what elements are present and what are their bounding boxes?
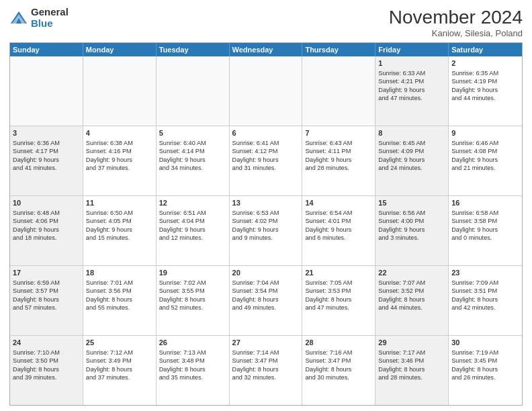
day-info: Sunrise: 7:01 AM Sunset: 3:56 PM Dayligh…: [86, 279, 153, 312]
calendar-row-0: 1Sunrise: 6:33 AM Sunset: 4:21 PM Daylig…: [10, 56, 522, 126]
day-info: Sunrise: 6:33 AM Sunset: 4:21 PM Dayligh…: [378, 69, 445, 103]
cal-cell-1-0: 3Sunrise: 6:36 AM Sunset: 4:17 PM Daylig…: [10, 126, 83, 195]
cal-cell-0-0: [10, 56, 83, 126]
day-info: Sunrise: 6:35 AM Sunset: 4:19 PM Dayligh…: [451, 69, 519, 103]
calendar-row-1: 3Sunrise: 6:36 AM Sunset: 4:17 PM Daylig…: [10, 126, 522, 196]
cal-cell-2-4: 14Sunrise: 6:54 AM Sunset: 4:01 PM Dayli…: [302, 196, 375, 265]
cal-cell-2-1: 11Sunrise: 6:50 AM Sunset: 4:05 PM Dayli…: [83, 196, 157, 265]
cal-cell-0-4: [302, 56, 375, 126]
cal-cell-3-6: 23Sunrise: 7:09 AM Sunset: 3:51 PM Dayli…: [449, 266, 522, 335]
location: Kaniow, Silesia, Poland: [389, 28, 523, 38]
calendar-header: SundayMondayTuesdayWednesdayThursdayFrid…: [10, 43, 522, 56]
day-number: 11: [86, 198, 153, 208]
day-info: Sunrise: 6:53 AM Sunset: 4:02 PM Dayligh…: [232, 209, 300, 242]
day-number: 26: [159, 338, 226, 348]
cal-cell-3-5: 22Sunrise: 7:07 AM Sunset: 3:52 PM Dayli…: [375, 266, 449, 335]
cal-cell-2-0: 10Sunrise: 6:48 AM Sunset: 4:06 PM Dayli…: [10, 196, 83, 265]
calendar-row-2: 10Sunrise: 6:48 AM Sunset: 4:06 PM Dayli…: [10, 196, 522, 266]
cal-cell-1-3: 6Sunrise: 6:41 AM Sunset: 4:12 PM Daylig…: [230, 126, 303, 195]
header-day-friday: Friday: [375, 43, 449, 56]
day-number: 29: [378, 338, 445, 348]
cal-cell-4-3: 27Sunrise: 7:14 AM Sunset: 3:47 PM Dayli…: [230, 336, 303, 405]
page: General Blue November 2024 Kaniow, Siles…: [0, 0, 532, 411]
day-info: Sunrise: 6:56 AM Sunset: 4:00 PM Dayligh…: [378, 209, 445, 242]
cal-cell-4-2: 26Sunrise: 7:13 AM Sunset: 3:48 PM Dayli…: [157, 336, 230, 405]
cal-cell-2-2: 12Sunrise: 6:51 AM Sunset: 4:04 PM Dayli…: [157, 196, 230, 265]
day-info: Sunrise: 6:45 AM Sunset: 4:09 PM Dayligh…: [378, 139, 445, 173]
day-number: 18: [86, 268, 153, 278]
cal-cell-1-1: 4Sunrise: 6:38 AM Sunset: 4:16 PM Daylig…: [83, 126, 157, 195]
day-info: Sunrise: 7:07 AM Sunset: 3:52 PM Dayligh…: [378, 279, 445, 312]
day-info: Sunrise: 7:02 AM Sunset: 3:55 PM Dayligh…: [159, 279, 226, 312]
cal-cell-4-1: 25Sunrise: 7:12 AM Sunset: 3:49 PM Dayli…: [83, 336, 157, 405]
calendar-row-3: 17Sunrise: 6:59 AM Sunset: 3:57 PM Dayli…: [10, 266, 522, 336]
day-info: Sunrise: 7:10 AM Sunset: 3:50 PM Dayligh…: [13, 349, 80, 382]
cal-cell-2-5: 15Sunrise: 6:56 AM Sunset: 4:00 PM Dayli…: [375, 196, 449, 265]
cal-cell-4-0: 24Sunrise: 7:10 AM Sunset: 3:50 PM Dayli…: [10, 336, 83, 405]
day-number: 17: [13, 268, 80, 278]
day-info: Sunrise: 6:46 AM Sunset: 4:08 PM Dayligh…: [451, 139, 519, 173]
day-number: 7: [305, 128, 372, 138]
header-day-wednesday: Wednesday: [230, 43, 303, 56]
day-number: 12: [159, 198, 226, 208]
header-day-sunday: Sunday: [10, 43, 83, 56]
calendar-outer: SundayMondayTuesdayWednesdayThursdayFrid…: [9, 42, 523, 406]
title-block: November 2024 Kaniow, Silesia, Poland: [389, 7, 523, 38]
day-info: Sunrise: 6:43 AM Sunset: 4:11 PM Dayligh…: [305, 139, 372, 173]
day-number: 13: [232, 198, 300, 208]
cal-cell-3-3: 20Sunrise: 7:04 AM Sunset: 3:54 PM Dayli…: [230, 266, 303, 335]
cal-cell-4-6: 30Sunrise: 7:19 AM Sunset: 3:45 PM Dayli…: [449, 336, 522, 405]
day-number: 6: [232, 128, 300, 138]
day-number: 14: [305, 198, 372, 208]
logo-blue-text: Blue: [31, 18, 69, 30]
cal-cell-3-1: 18Sunrise: 7:01 AM Sunset: 3:56 PM Dayli…: [83, 266, 157, 335]
cal-cell-1-4: 7Sunrise: 6:43 AM Sunset: 4:11 PM Daylig…: [302, 126, 375, 195]
day-number: 23: [451, 268, 519, 278]
cal-cell-0-5: 1Sunrise: 6:33 AM Sunset: 4:21 PM Daylig…: [375, 56, 449, 126]
day-number: 4: [86, 128, 153, 138]
day-info: Sunrise: 6:54 AM Sunset: 4:01 PM Dayligh…: [305, 209, 372, 242]
cal-cell-2-3: 13Sunrise: 6:53 AM Sunset: 4:02 PM Dayli…: [230, 196, 303, 265]
day-info: Sunrise: 6:40 AM Sunset: 4:14 PM Dayligh…: [159, 139, 226, 173]
cal-cell-4-4: 28Sunrise: 7:16 AM Sunset: 3:47 PM Dayli…: [302, 336, 375, 405]
day-number: 1: [378, 58, 445, 68]
day-info: Sunrise: 7:16 AM Sunset: 3:47 PM Dayligh…: [305, 349, 372, 382]
day-number: 21: [305, 268, 372, 278]
day-number: 30: [451, 338, 519, 348]
cal-cell-2-6: 16Sunrise: 6:58 AM Sunset: 3:58 PM Dayli…: [449, 196, 522, 265]
header-day-saturday: Saturday: [449, 43, 522, 56]
day-info: Sunrise: 6:48 AM Sunset: 4:06 PM Dayligh…: [13, 209, 80, 242]
cal-cell-1-5: 8Sunrise: 6:45 AM Sunset: 4:09 PM Daylig…: [375, 126, 449, 195]
cal-cell-0-3: [230, 56, 303, 126]
day-number: 27: [232, 338, 300, 348]
cal-cell-3-4: 21Sunrise: 7:05 AM Sunset: 3:53 PM Dayli…: [302, 266, 375, 335]
day-info: Sunrise: 7:19 AM Sunset: 3:45 PM Dayligh…: [451, 349, 519, 382]
day-number: 8: [378, 128, 445, 138]
day-number: 15: [378, 198, 445, 208]
day-number: 2: [451, 58, 519, 68]
day-number: 3: [13, 128, 80, 138]
day-info: Sunrise: 6:50 AM Sunset: 4:05 PM Dayligh…: [86, 209, 153, 242]
day-info: Sunrise: 6:59 AM Sunset: 3:57 PM Dayligh…: [13, 279, 80, 312]
header-day-thursday: Thursday: [302, 43, 375, 56]
cal-cell-3-0: 17Sunrise: 6:59 AM Sunset: 3:57 PM Dayli…: [10, 266, 83, 335]
cal-cell-4-5: 29Sunrise: 7:17 AM Sunset: 3:46 PM Dayli…: [375, 336, 449, 405]
day-info: Sunrise: 7:05 AM Sunset: 3:53 PM Dayligh…: [305, 279, 372, 312]
month-title: November 2024: [389, 7, 523, 28]
day-info: Sunrise: 7:13 AM Sunset: 3:48 PM Dayligh…: [159, 349, 226, 382]
logo-icon: [9, 9, 28, 28]
day-info: Sunrise: 6:51 AM Sunset: 4:04 PM Dayligh…: [159, 209, 226, 242]
cal-cell-3-2: 19Sunrise: 7:02 AM Sunset: 3:55 PM Dayli…: [157, 266, 230, 335]
day-info: Sunrise: 7:17 AM Sunset: 3:46 PM Dayligh…: [378, 349, 445, 382]
cal-cell-1-6: 9Sunrise: 6:46 AM Sunset: 4:08 PM Daylig…: [449, 126, 522, 195]
day-info: Sunrise: 7:09 AM Sunset: 3:51 PM Dayligh…: [451, 279, 519, 312]
header-day-tuesday: Tuesday: [157, 43, 230, 56]
cal-cell-0-6: 2Sunrise: 6:35 AM Sunset: 4:19 PM Daylig…: [449, 56, 522, 126]
day-info: Sunrise: 7:12 AM Sunset: 3:49 PM Dayligh…: [86, 349, 153, 382]
logo: General Blue: [9, 7, 69, 29]
header-day-monday: Monday: [83, 43, 157, 56]
day-number: 24: [13, 338, 80, 348]
day-number: 10: [13, 198, 80, 208]
cal-cell-0-2: [157, 56, 230, 126]
logo-general-text: General: [31, 7, 69, 18]
